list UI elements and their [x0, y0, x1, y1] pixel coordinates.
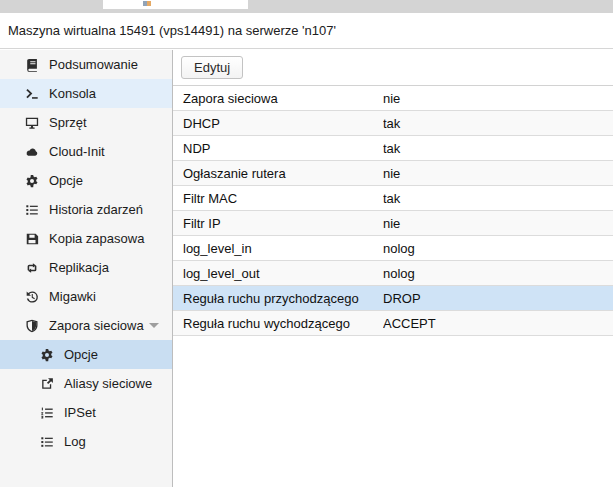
sidebar-item-label: Aliasy sieciowe	[64, 376, 152, 391]
sidebar-item-podsumowanie[interactable]: Podsumowanie	[0, 50, 172, 79]
table-row[interactable]: NDP tak	[173, 136, 613, 161]
sidebar-item-opcje[interactable]: Opcje	[0, 166, 172, 195]
option-value: nie	[383, 91, 613, 106]
option-name: Reguła ruchu wychodzącego	[173, 316, 383, 331]
gear-icon	[40, 348, 54, 362]
option-name: Filtr IP	[173, 216, 383, 231]
sidebar-item-historia-zdarzen[interactable]: Historia zdarzeń	[0, 195, 172, 224]
book-icon	[25, 58, 39, 72]
list-icon	[25, 203, 39, 217]
terminal-icon	[25, 87, 39, 101]
sidebar-item-konsola[interactable]: Konsola	[0, 79, 172, 108]
sidebar-item-label: Sprzęt	[49, 115, 87, 130]
option-value: ACCEPT	[383, 316, 613, 331]
option-value: tak	[383, 191, 613, 206]
table-row[interactable]: Reguła ruchu wychodzącego ACCEPT	[173, 311, 613, 336]
header-bar: Maszyna wirtualna 15491 (vps14491) na se…	[0, 13, 613, 49]
content-panel: Edytuj Zapora sieciowa nie DHCP tak NDP …	[173, 50, 613, 487]
floppy-icon	[25, 232, 39, 246]
caret-down-icon[interactable]	[149, 323, 159, 328]
page-title: Maszyna wirtualna 15491 (vps14491) na se…	[8, 23, 336, 38]
option-value: DROP	[383, 291, 613, 306]
option-value: nolog	[383, 266, 613, 281]
sidebar-item-label: Zapora sieciowa	[49, 318, 144, 333]
option-value: tak	[383, 141, 613, 156]
option-name: Ogłaszanie rutera	[173, 166, 383, 181]
sidebar-item-label: Opcje	[64, 347, 98, 362]
sidebar-item-label: IPSet	[64, 405, 96, 420]
sidebar-item-label: Cloud-Init	[49, 144, 105, 159]
table-row[interactable]: Filtr MAC tak	[173, 186, 613, 211]
sidebar-item-label: Konsola	[49, 86, 96, 101]
sidebar-item-cloud-init[interactable]: Cloud-Init	[0, 137, 172, 166]
toolbar: Edytuj	[173, 50, 613, 86]
option-name: Zapora sieciowa	[173, 91, 383, 106]
shield-icon	[25, 319, 39, 333]
option-name: log_level_out	[173, 266, 383, 281]
option-name: DHCP	[173, 116, 383, 131]
option-name: NDP	[173, 141, 383, 156]
table-row[interactable]: DHCP tak	[173, 111, 613, 136]
sidebar-item-label: Kopia zapasowa	[49, 231, 144, 246]
sidebar-item-ipset[interactable]: IPSet	[0, 398, 172, 427]
history-icon	[25, 290, 39, 304]
sidebar-item-migawki[interactable]: Migawki	[0, 282, 172, 311]
table-row[interactable]: Zapora sieciowa nie	[173, 86, 613, 111]
sidebar-item-firewall-opcje[interactable]: Opcje	[0, 340, 172, 369]
table-row[interactable]: log_level_in nolog	[173, 236, 613, 261]
retweet-icon	[25, 261, 39, 275]
top-strip	[0, 0, 613, 13]
option-name: Filtr MAC	[173, 191, 383, 206]
monitor-icon	[25, 116, 39, 130]
sidebar-item-label: Podsumowanie	[49, 57, 138, 72]
external-link-icon	[40, 377, 54, 391]
sidebar-item-label: Log	[64, 434, 86, 449]
option-name: Reguła ruchu przychodzącego	[173, 291, 383, 306]
tab-favicon-fragment	[143, 1, 151, 6]
options-table: Zapora sieciowa nie DHCP tak NDP tak Ogł…	[173, 86, 613, 336]
table-row[interactable]: Ogłaszanie rutera nie	[173, 161, 613, 186]
option-value: nie	[383, 216, 613, 231]
sidebar-item-aliasy-sieciowe[interactable]: Aliasy sieciowe	[0, 369, 172, 398]
sidebar-item-log[interactable]: Log	[0, 427, 172, 456]
option-name: log_level_in	[173, 241, 383, 256]
list-icon	[40, 435, 54, 449]
sidebar-item-label: Historia zdarzeń	[49, 202, 143, 217]
sidebar-item-label: Migawki	[49, 289, 96, 304]
list-ol-icon	[40, 406, 54, 420]
sidebar-item-label: Replikacja	[49, 260, 109, 275]
option-value: nolog	[383, 241, 613, 256]
table-row[interactable]: log_level_out nolog	[173, 261, 613, 286]
table-row-selected[interactable]: Reguła ruchu przychodzącego DROP	[173, 286, 613, 311]
sidebar: Podsumowanie Konsola Sprzęt Cloud-Init O…	[0, 50, 173, 487]
gear-icon	[25, 174, 39, 188]
sidebar-item-replikacja[interactable]: Replikacja	[0, 253, 172, 282]
edit-button[interactable]: Edytuj	[181, 56, 243, 79]
sidebar-item-label: Opcje	[49, 173, 83, 188]
partial-tab	[103, 0, 248, 9]
sidebar-item-zapora-sieciowa[interactable]: Zapora sieciowa	[0, 311, 172, 340]
sidebar-item-sprzet[interactable]: Sprzęt	[0, 108, 172, 137]
cloud-icon	[25, 145, 39, 159]
table-row[interactable]: Filtr IP nie	[173, 211, 613, 236]
option-value: tak	[383, 116, 613, 131]
sidebar-item-kopia-zapasowa[interactable]: Kopia zapasowa	[0, 224, 172, 253]
option-value: nie	[383, 166, 613, 181]
